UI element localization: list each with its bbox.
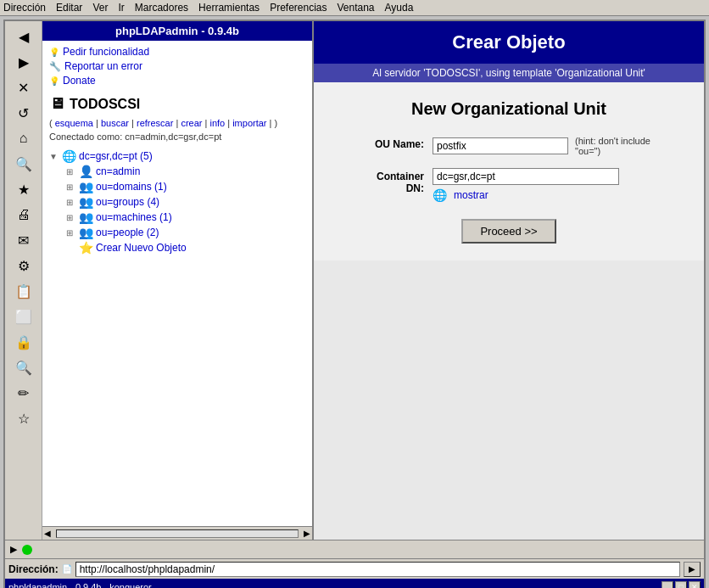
status-terminal-icon: ▶ <box>10 544 17 555</box>
home-icon[interactable]: ⌂ <box>10 126 37 150</box>
mostrar-label: mostrar <box>454 189 488 201</box>
print-icon[interactable]: 🖨 <box>10 203 37 227</box>
stop-icon[interactable]: ✕ <box>10 76 37 99</box>
container-dn-row: ContainerDN: 🌐 mostrar <box>339 168 678 202</box>
people-label[interactable]: ou=people (2) <box>96 227 159 238</box>
tree-item-admin[interactable]: ⊞ 👤 cn=admin <box>66 164 305 179</box>
ou-name-row: OU Name: (hint: don't include "ou=") <box>339 136 678 156</box>
groups-label[interactable]: ou=groups (4) <box>96 196 159 208</box>
menu-direccion[interactable]: Dirección <box>3 2 46 14</box>
ou-name-input-area: (hint: don't include "ou=") <box>433 136 677 156</box>
tree-item-domains[interactable]: ⊞ 👥 ou=domains (1) <box>66 179 305 194</box>
form-title: New Organizational Unit <box>339 99 678 119</box>
menu-ver[interactable]: Ver <box>92 2 108 14</box>
container-dn-label-text: ContainerDN: <box>377 171 424 194</box>
nav-buscar[interactable]: buscar <box>101 118 129 128</box>
tree-root[interactable]: ▼ 🌐 dc=gsr,dc=pt (5) <box>49 148 305 164</box>
address-input[interactable] <box>75 562 680 577</box>
menu-ayuda[interactable]: Ayuda <box>385 2 414 14</box>
nav-importar[interactable]: importar <box>232 118 266 128</box>
refresh-icon[interactable]: ↺ <box>10 101 37 125</box>
minimize-button[interactable]: _ <box>662 581 673 588</box>
mostrar-icon: 🌐 <box>433 188 447 202</box>
donate-link[interactable]: Donate <box>63 75 96 87</box>
scroll-track[interactable] <box>56 529 299 538</box>
admin-icon: 👤 <box>79 165 93 178</box>
subheader-text: Al servidor 'TODOSCSI', using template '… <box>372 67 645 79</box>
menu-preferencias[interactable]: Preferencias <box>270 2 327 14</box>
tree-item-machines[interactable]: ⊞ 👥 ou=machines (1) <box>66 210 305 225</box>
tree-item-groups[interactable]: ⊞ 👥 ou=groups (4) <box>66 194 305 210</box>
tree-item-people[interactable]: ⊞ 👥 ou=people (2) <box>66 225 305 240</box>
window-icon[interactable]: ⬜ <box>10 305 37 328</box>
star-icon[interactable]: ☆ <box>10 406 37 430</box>
machines-label[interactable]: ou=machines (1) <box>96 211 172 223</box>
menu-editar[interactable]: Editar <box>56 2 82 14</box>
clipboard-icon[interactable]: 📋 <box>10 279 37 303</box>
domains-label[interactable]: ou=domains (1) <box>96 181 167 193</box>
mostrar-row: 🌐 mostrar <box>433 188 619 202</box>
server-name: TODOSCSI <box>70 97 140 112</box>
maximize-button[interactable]: □ <box>675 581 687 588</box>
pedir-funcionalidad-link[interactable]: Pedir funcionalidad <box>63 46 149 58</box>
ou-name-hint: (hint: don't include "ou=") <box>575 136 677 156</box>
admin-label[interactable]: cn=admin <box>96 165 140 177</box>
mostrar-link[interactable]: mostrar <box>454 189 488 201</box>
scroll-left-icon[interactable]: ◀ <box>42 529 53 538</box>
menu-marcadores[interactable]: Marcadores <box>135 2 188 14</box>
address-bar: Dirección: 📄 ▶ <box>5 558 704 579</box>
back-icon[interactable]: ◀ <box>10 25 37 48</box>
nav-esquema[interactable]: esquema <box>55 118 93 128</box>
expand-domains-icon: ⊞ <box>66 182 76 192</box>
horizontal-scrollbar[interactable]: ◀ ▶ <box>42 526 312 540</box>
link-pedir: 💡 Pedir funcionalidad <box>49 46 305 58</box>
mail-icon[interactable]: ✉ <box>10 228 37 252</box>
tree-children: ⊞ 👤 cn=admin ⊞ 👥 ou=domains (1) ⊞ 👥 ou=g… <box>49 164 305 255</box>
address-icon: 📄 <box>62 564 72 574</box>
title-bar-buttons: _ □ ✕ <box>662 581 701 588</box>
nav-crear[interactable]: crear <box>181 118 202 128</box>
link-reportar: 🔧 Reportar un error <box>49 60 305 72</box>
right-content: New Organizational Unit OU Name: (hint: … <box>314 82 704 260</box>
right-header: Crear Objeto <box>314 21 704 64</box>
scroll-right-icon[interactable]: ▶ <box>302 529 312 538</box>
close-button[interactable]: ✕ <box>689 581 701 588</box>
left-links: 💡 Pedir funcionalidad 🔧 Reportar un erro… <box>42 41 312 92</box>
reportar-error-link[interactable]: Reportar un error <box>64 60 142 72</box>
lock-icon[interactable]: 🔒 <box>10 330 37 354</box>
root-label[interactable]: dc=gsr,dc=pt (5) <box>79 150 153 162</box>
new-object-label[interactable]: Crear Nuevo Objeto <box>96 242 187 254</box>
forward-icon[interactable]: ▶ <box>10 50 37 74</box>
new-object-icon: ⭐ <box>79 241 93 255</box>
nav-refrescar[interactable]: refrescar <box>137 118 173 128</box>
bulb-icon-2: 💡 <box>49 76 59 86</box>
expand-groups-icon: ⊞ <box>66 198 76 207</box>
nav-info[interactable]: info <box>209 118 225 128</box>
edit-icon[interactable]: ✏ <box>10 381 37 405</box>
ou-name-input[interactable] <box>433 137 568 154</box>
proceed-label: Proceed >> <box>480 225 537 238</box>
create-object-title: Crear Objeto <box>452 31 565 53</box>
server-title: 🖥 TODOSCSI <box>42 92 312 116</box>
status-dot <box>22 545 32 555</box>
tree-item-new-object[interactable]: ⭐ Crear Nuevo Objeto <box>66 240 305 255</box>
connected-as: Conectado como: cn=admin,dc=gsr,dc=pt <box>42 130 312 145</box>
address-go-button[interactable]: ▶ <box>684 562 701 577</box>
menu-ventana[interactable]: Ventana <box>338 2 375 14</box>
settings-icon[interactable]: ⚙ <box>10 254 37 277</box>
search-icon[interactable]: 🔍 <box>10 152 37 176</box>
form-title-text: New Organizational Unit <box>411 99 606 118</box>
zoom-icon[interactable]: 🔍 <box>10 356 37 379</box>
menu-ir[interactable]: Ir <box>118 2 124 14</box>
machines-icon: 👥 <box>79 210 93 224</box>
toolbar: ◀ ▶ ✕ ↺ ⌂ 🔍 ★ 🖨 ✉ ⚙ 📋 ⬜ 🔒 🔍 ✏ ☆ <box>5 21 42 540</box>
menu-herramientas[interactable]: Herramientas <box>198 2 260 14</box>
favorites-icon[interactable]: ★ <box>10 177 37 201</box>
bulb-icon-1: 💡 <box>49 48 59 57</box>
groups-icon: 👥 <box>79 195 93 209</box>
container-dn-input[interactable] <box>433 168 619 185</box>
link-donate: 💡 Donate <box>49 75 305 87</box>
proceed-button[interactable]: Proceed >> <box>461 219 555 244</box>
menubar: Dirección Editar Ver Ir Marcadores Herra… <box>0 0 709 16</box>
left-panel: phpLDAPadmin - 0.9.4b 💡 Pedir funcionali… <box>42 21 314 540</box>
